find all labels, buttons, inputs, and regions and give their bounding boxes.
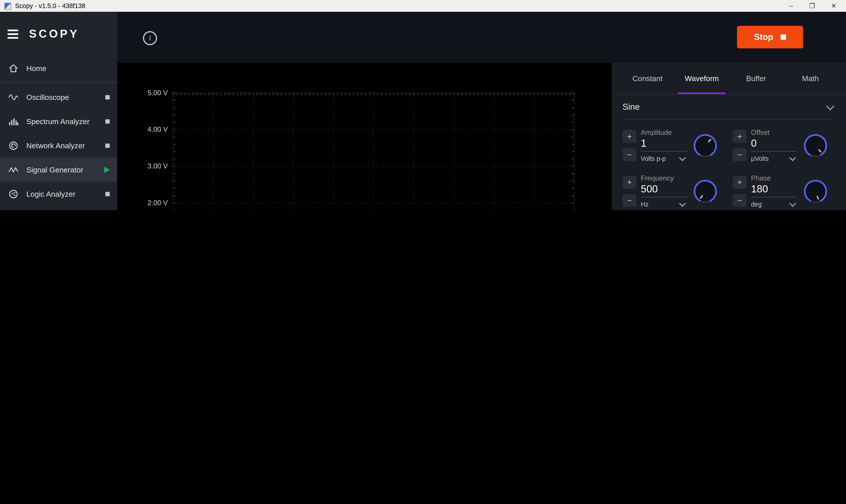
panel-tabs: Constant Waveform Buffer Math: [612, 63, 846, 95]
offset-plus-button[interactable]: +: [733, 130, 746, 143]
titlebar: Scopy - v1.5.0 - 438f138 – ❐ ✕: [0, 0, 846, 12]
sidebar-item-home[interactable]: Home: [0, 56, 117, 80]
window-title: Scopy - v1.5.0 - 438f138: [15, 2, 85, 10]
sidebar-menu: Home Oscilloscope Spectrum Analyzer Netw…: [0, 56, 117, 210]
sidebar-item-logic-analyzer[interactable]: Logic Analyzer: [0, 182, 117, 206]
run-stop-button[interactable]: Stop: [737, 26, 803, 48]
amplitude-minus-button[interactable]: −: [623, 148, 636, 161]
tab-waveform[interactable]: Waveform: [674, 63, 729, 94]
offset-knob[interactable]: [802, 131, 829, 160]
oscilloscope-icon: [7, 92, 19, 102]
signal-generator-icon: [7, 164, 19, 175]
frequency-knob[interactable]: [691, 177, 719, 205]
chevron-down-icon: [789, 200, 796, 207]
stop-square-icon: [780, 35, 786, 40]
frequency-minus-button[interactable]: −: [623, 194, 636, 207]
sidebar-item-pattern-generator[interactable]: Pattern Generator: [0, 206, 117, 210]
signal-generator-panel: Constant Waveform Buffer Math Sine: [612, 63, 846, 210]
stop-indicator[interactable]: [105, 192, 110, 196]
close-button[interactable]: ✕: [831, 2, 836, 10]
amplitude-value[interactable]: 1: [641, 137, 687, 152]
amplitude-unit-select[interactable]: Volts p-p: [641, 155, 687, 162]
sidebar-item-spectrum-analyzer[interactable]: Spectrum Analyzer: [0, 109, 117, 133]
chevron-down-icon: [789, 154, 796, 161]
frequency-value[interactable]: 500: [641, 182, 687, 197]
plot-area[interactable]: 5.00 V4.00 V3.00 V2.00 V1.00 V0.00 V-1.0…: [117, 63, 612, 210]
phase-plus-button[interactable]: +: [733, 176, 746, 188]
frequency-plus-button[interactable]: +: [623, 176, 636, 188]
svg-text:2.00 V: 2.00 V: [148, 199, 168, 207]
svg-text:5.00 V: 5.00 V: [148, 89, 168, 97]
tab-constant[interactable]: Constant: [620, 63, 674, 94]
home-icon: [7, 63, 19, 73]
waveform-plot[interactable]: 5.00 V4.00 V3.00 V2.00 V1.00 V0.00 V-1.0…: [117, 63, 612, 210]
sidebar-item-oscilloscope[interactable]: Oscilloscope: [0, 85, 117, 109]
spectrum-analyzer-icon: [7, 116, 19, 127]
offset-minus-button[interactable]: −: [733, 148, 746, 161]
phase-value[interactable]: 180: [751, 182, 797, 197]
offset-unit-select[interactable]: µVolts: [751, 155, 797, 162]
minimize-button[interactable]: –: [789, 2, 793, 10]
scopy-logo: SCOPY: [29, 27, 79, 40]
info-icon[interactable]: i: [143, 31, 157, 45]
tab-buffer[interactable]: Buffer: [729, 63, 783, 94]
stop-indicator[interactable]: [105, 119, 110, 123]
amplitude-control: + − Amplitude 1 Volts p-p: [623, 129, 725, 162]
running-indicator[interactable]: [104, 166, 110, 173]
phase-control: + − Phase 180 deg: [733, 174, 835, 208]
amplitude-plus-button[interactable]: +: [623, 130, 636, 143]
chevron-down-icon: [679, 200, 686, 207]
phase-minus-button[interactable]: −: [733, 194, 746, 207]
amplitude-knob[interactable]: [691, 131, 719, 160]
chevron-down-icon: [826, 102, 834, 110]
sidebar-item-network-analyzer[interactable]: Network Analyzer: [0, 133, 117, 158]
frequency-unit-select[interactable]: Hz: [641, 200, 687, 208]
stop-indicator[interactable]: [105, 143, 110, 148]
phase-knob[interactable]: [802, 177, 829, 205]
offset-control: + − Offset 0 µVolts: [733, 129, 835, 162]
network-analyzer-icon: [7, 140, 19, 151]
restore-button[interactable]: ❐: [809, 2, 815, 10]
scopy-window: Scopy - v1.5.0 - 438f138 – ❐ ✕ SCOPY Hom…: [0, 0, 846, 210]
app-icon: [4, 2, 11, 10]
svg-text:3.00 V: 3.00 V: [148, 162, 168, 170]
waveform-controls: + − Amplitude 1 Volts p-p: [623, 129, 835, 208]
logic-analyzer-icon: [7, 188, 19, 199]
frequency-control: + − Frequency 500 Hz: [623, 174, 725, 208]
stop-indicator[interactable]: [105, 95, 110, 99]
divider: [0, 82, 117, 83]
svg-text:4.00 V: 4.00 V: [148, 125, 168, 133]
sidebar-item-signal-generator[interactable]: Signal Generator: [0, 158, 117, 182]
sidebar: SCOPY Home Oscilloscope Spectrum Analyze…: [0, 12, 117, 210]
window-controls: – ❐ ✕: [789, 2, 842, 10]
tab-math[interactable]: Math: [783, 63, 838, 94]
menu-icon[interactable]: [7, 29, 18, 38]
offset-value[interactable]: 0: [751, 137, 797, 152]
chevron-down-icon: [679, 154, 686, 161]
topbar: i Stop: [117, 12, 846, 63]
waveform-type-select[interactable]: Sine: [623, 94, 835, 120]
phase-unit-select[interactable]: deg: [751, 200, 797, 208]
